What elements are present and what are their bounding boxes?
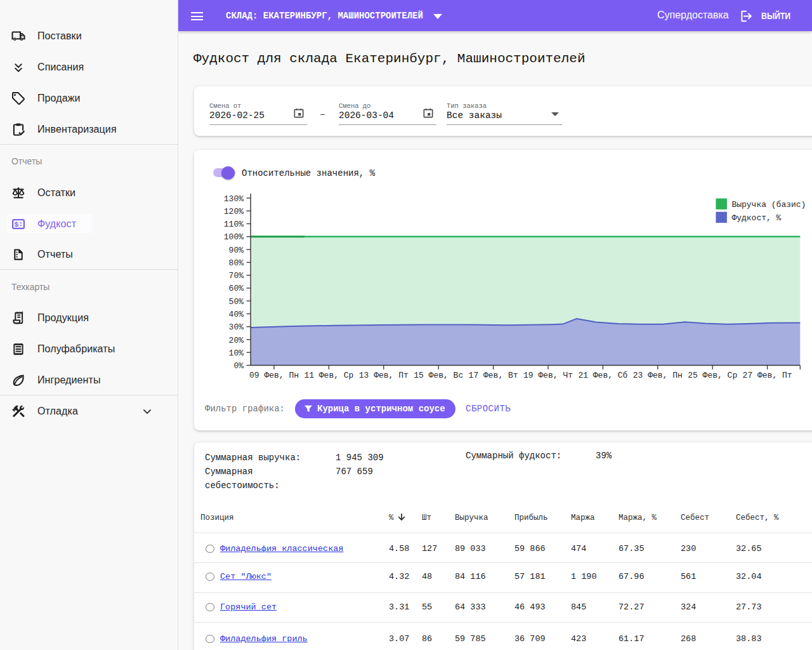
svg-text:Фудкост, %: Фудкост, % bbox=[731, 213, 781, 223]
svg-text:80%: 80% bbox=[229, 258, 244, 268]
svg-text:0%: 0% bbox=[233, 361, 244, 371]
svg-text:Выручка (базис): Выручка (базис) bbox=[731, 200, 806, 209]
svg-text:09 Фев, Пн: 09 Фев, Пн bbox=[249, 371, 299, 380]
svg-text:40%: 40% bbox=[229, 310, 244, 319]
svg-text:20%: 20% bbox=[229, 336, 244, 345]
svg-text:70%: 70% bbox=[229, 271, 244, 281]
svg-text:25 Фев, Ср: 25 Фев, Ср bbox=[688, 371, 737, 380]
svg-text:21 Фев, Сб: 21 Фев, Сб bbox=[578, 371, 627, 380]
svg-text:50%: 50% bbox=[229, 297, 244, 307]
svg-text:19 Фев, Чт: 19 Фев, Чт bbox=[523, 371, 573, 380]
svg-text:30%: 30% bbox=[229, 322, 244, 332]
svg-text:110%: 110% bbox=[224, 220, 244, 229]
svg-text:15 Фев, Вс: 15 Фев, Вс bbox=[414, 371, 463, 380]
svg-text:11 Фев, Ср: 11 Фев, Ср bbox=[304, 371, 353, 380]
svg-text:13 Фев, Пт: 13 Фев, Пт bbox=[359, 371, 409, 380]
svg-text:90%: 90% bbox=[229, 246, 244, 255]
svg-text:23 Фев, Пн: 23 Фев, Пн bbox=[633, 371, 683, 380]
svg-text:17 Фев, Вт: 17 Фев, Вт bbox=[469, 371, 518, 380]
svg-text:100%: 100% bbox=[224, 232, 244, 242]
svg-text:10%: 10% bbox=[229, 348, 244, 358]
svg-text:60%: 60% bbox=[229, 284, 244, 293]
svg-text:120%: 120% bbox=[224, 207, 244, 216]
svg-text:$: $ bbox=[15, 220, 19, 229]
svg-text:130%: 130% bbox=[224, 194, 244, 204]
svg-text:27 Фев, Пт: 27 Фев, Пт bbox=[743, 371, 792, 380]
